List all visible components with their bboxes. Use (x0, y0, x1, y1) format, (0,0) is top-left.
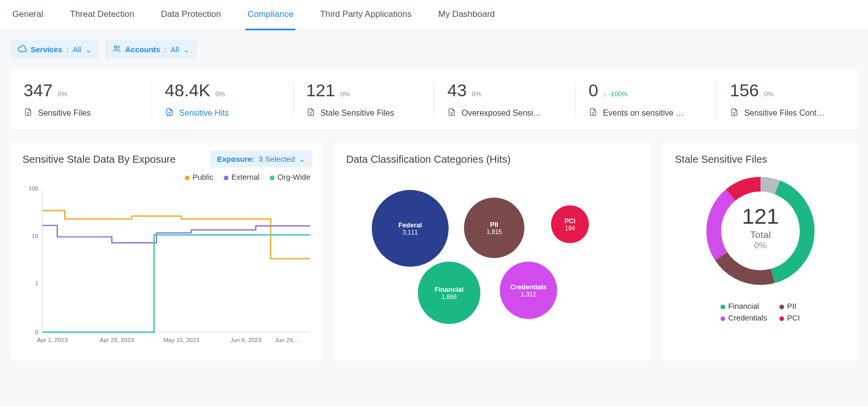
services-filter[interactable]: Services: All ⌄ (10, 40, 99, 59)
kpi-card[interactable]: 1560%Sensitive Files Cont… (716, 69, 858, 130)
file-icon (588, 108, 598, 119)
legend-dot-icon (721, 316, 725, 321)
kpi-value: 0 (588, 80, 598, 100)
svg-text:Jun 29,…: Jun 29,… (275, 336, 301, 343)
bubble-name: Credentials (511, 283, 547, 291)
bubble-name: PCI (564, 217, 576, 225)
filter-value: All (171, 45, 179, 54)
kpi-card[interactable]: 48.4K0%Sensitive Hits (152, 69, 293, 130)
kpi-label: Sensitive Files Cont… (744, 109, 824, 118)
bubble-name: PII (490, 221, 498, 228)
svg-text:10: 10 (32, 232, 38, 239)
bubble-value: 1,312 (521, 291, 536, 298)
kpi-delta: 0% (340, 90, 350, 98)
legend-item[interactable]: Credentials (721, 313, 767, 322)
donut-card: Stale Sensitive Files 121 Total 0% (663, 142, 858, 360)
selector-label: Exposure: (217, 155, 255, 163)
line-chart[interactable]: 100 10 1 0 Apr 1, 2023Apr 23, 2023May 15… (23, 183, 310, 347)
legend-item[interactable]: PCI (779, 313, 800, 322)
legend-item[interactable]: External (224, 173, 260, 181)
legend-dot-icon (224, 176, 228, 180)
kpi-label: Sensitive Hits (179, 109, 229, 118)
trend-down-icon: ↓ (603, 90, 607, 98)
bubble-pci[interactable]: PCI194 (551, 205, 589, 243)
exposure-selector[interactable]: Exposure: 3 Selected ⌄ (210, 151, 312, 167)
kpi-card[interactable]: 430%Overexposed Sensi… (434, 69, 575, 130)
card-title: Stale Sensitive Files (675, 154, 845, 165)
kpi-label: Events on sensitive … (603, 109, 684, 118)
kpi-value: 48.4K (165, 80, 210, 100)
bubble-financial[interactable]: Financial1,866 (418, 262, 480, 324)
kpi-row: 3470%Sensitive Files48.4K0%Sensitive Hit… (10, 69, 858, 130)
svg-text:100: 100 (29, 185, 38, 191)
bubble-value: 3,111 (403, 229, 418, 236)
kpi-label: Stale Sensitive Files (321, 109, 394, 118)
legend-item[interactable]: Financial (721, 302, 767, 310)
kpi-value: 347 (24, 80, 53, 100)
bubble-card: Data Classification Categories (Hits) Fe… (334, 142, 651, 360)
chevron-down-icon: ⌄ (183, 46, 189, 54)
svg-text:Apr 23, 2023: Apr 23, 2023 (100, 336, 134, 343)
bubble-chart[interactable]: Federal3,111PII1,815PCI194Financial1,866… (346, 169, 639, 333)
svg-text:Apr 1, 2023: Apr 1, 2023 (37, 336, 68, 343)
svg-text:1: 1 (35, 280, 38, 286)
kpi-value: 43 (447, 80, 467, 100)
file-icon (447, 108, 456, 119)
top-tabs: GeneralThreat DetectionData ProtectionCo… (0, 0, 868, 31)
file-icon (165, 108, 174, 119)
accounts-filter[interactable]: Accounts: All ⌄ (105, 40, 197, 59)
kpi-delta: 0% (216, 90, 225, 98)
kpi-delta: 0% (58, 90, 68, 98)
kpi-label: Sensitive Files (38, 109, 91, 118)
filter-bar: Services: All ⌄ Accounts: All ⌄ (0, 31, 868, 63)
chevron-down-icon: ⌄ (299, 155, 305, 163)
svg-text:Jun 6, 2023: Jun 6, 2023 (230, 336, 262, 343)
svg-text:0: 0 (35, 329, 38, 335)
tab-data-protection[interactable]: Data Protection (159, 0, 223, 30)
kpi-delta: 0% (472, 90, 481, 98)
tab-threat-detection[interactable]: Threat Detection (68, 0, 136, 30)
exposure-card: Sensitive Stale Data By Exposure Exposur… (10, 142, 323, 360)
tab-general[interactable]: General (10, 0, 45, 30)
bubble-federal[interactable]: Federal3,111 (372, 190, 449, 267)
legend-item[interactable]: Org-Wide (270, 173, 310, 181)
tab-my-dashboard[interactable]: My Dashboard (436, 0, 497, 30)
bubble-pii[interactable]: PII1,815 (464, 198, 524, 258)
kpi-delta: ↓ -100% (603, 90, 628, 98)
legend-dot-icon (721, 305, 725, 309)
selector-value: 3 Selected (259, 155, 295, 163)
donut-legend: FinancialPIICredentialsPCI (721, 302, 800, 322)
filter-label: Accounts (125, 45, 160, 54)
donut-pct: 0% (724, 241, 797, 249)
kpi-label: Overexposed Sensi… (461, 109, 541, 118)
bubble-name: Federal (398, 221, 422, 229)
card-title: Data Classification Categories (Hits) (346, 154, 639, 165)
kpi-card[interactable]: 1210%Stale Sensitive Files (293, 69, 434, 130)
kpi-delta: 0% (764, 90, 774, 98)
svg-text:May 15, 2023: May 15, 2023 (163, 336, 199, 343)
tab-third-party-applications[interactable]: Third Party Applications (318, 0, 414, 30)
filter-label: Services (31, 45, 62, 54)
chevron-down-icon: ⌄ (86, 46, 92, 54)
donut-chart[interactable]: 121 Total 0% (699, 169, 822, 292)
legend-dot-icon (779, 316, 784, 321)
legend-dot-icon (185, 176, 189, 180)
kpi-card[interactable]: 0↓ -100%Events on sensitive … (575, 69, 716, 130)
donut-value: 121 (724, 204, 797, 229)
legend-item[interactable]: Public (185, 173, 214, 181)
filter-value: All (73, 45, 81, 54)
tab-compliance[interactable]: Compliance (245, 0, 295, 30)
file-icon (306, 108, 315, 119)
bubble-value: 1,866 (441, 293, 457, 301)
cloud-icon (17, 44, 27, 55)
svg-point-0 (114, 46, 117, 49)
donut-label: Total (724, 230, 797, 241)
bubble-name: Financial (435, 286, 463, 293)
bubble-credentials[interactable]: Credentials1,312 (500, 262, 557, 319)
bubble-value: 194 (565, 225, 575, 232)
legend-item[interactable]: PII (779, 302, 800, 310)
kpi-card[interactable]: 3470%Sensitive Files (10, 69, 152, 130)
file-icon (730, 108, 739, 119)
legend-dot-icon (779, 305, 784, 309)
legend-dot-icon (270, 176, 274, 180)
